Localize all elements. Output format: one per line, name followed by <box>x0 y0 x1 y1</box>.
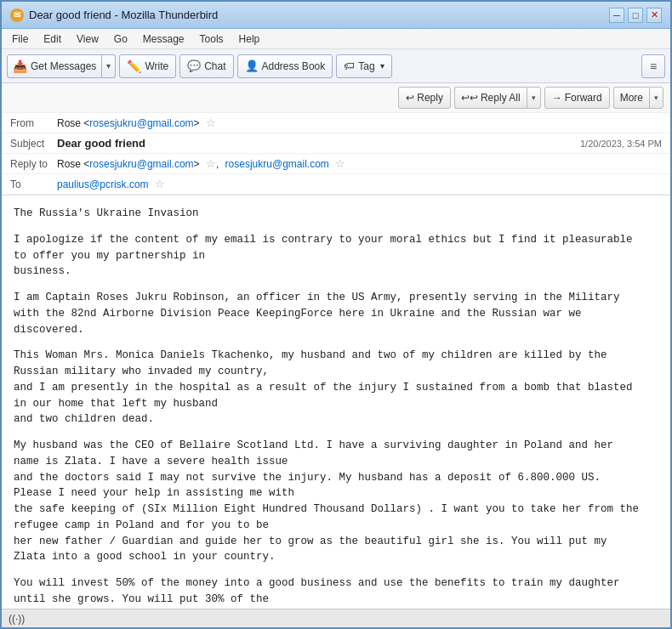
get-messages-dropdown[interactable]: ▾ <box>102 54 116 78</box>
reply-label: Reply <box>417 92 443 104</box>
subject-label: Subject <box>10 138 57 150</box>
to-star-icon[interactable]: ☆ <box>155 178 165 190</box>
reply-icon: ↩ <box>406 92 414 104</box>
maximize-button[interactable]: □ <box>628 8 643 23</box>
from-row: From Rose <rosesjukru@gmail.com> ☆ <box>2 113 670 133</box>
reply-to-name: Rose <box>57 158 81 170</box>
tag-icon: 🏷 <box>344 60 355 72</box>
from-label: From <box>10 117 57 129</box>
reply-all-icon: ↩↩ <box>461 92 478 104</box>
to-email: paulius@pcrisk.com <box>57 178 149 190</box>
app-icon: ✉ <box>10 8 24 22</box>
tag-dropdown-icon: ▾ <box>380 61 384 71</box>
window-controls: ─ □ ✕ <box>609 8 662 23</box>
address-book-button[interactable]: 👤 Address Book <box>237 54 333 78</box>
body-paragraph-3: This Woman Mrs. Monica Daniels Tkachenko… <box>14 348 658 428</box>
menu-go[interactable]: Go <box>107 31 134 47</box>
address-book-icon: 👤 <box>245 60 259 72</box>
from-email: rosesjukru@gmail.com <box>89 117 193 129</box>
title-bar-left: ✉ Dear good friend - Mozilla Thunderbird <box>10 8 218 22</box>
from-star-icon[interactable]: ☆ <box>206 116 216 129</box>
email-timestamp: 1/20/2023, 3:54 PM <box>580 139 662 149</box>
tag-button[interactable]: 🏷 Tag ▾ <box>336 54 391 78</box>
get-messages-group: 📥 Get Messages ▾ <box>7 54 116 78</box>
forward-button[interactable]: → Forward <box>544 87 610 109</box>
to-label: To <box>10 178 57 190</box>
address-book-label: Address Book <box>262 60 326 72</box>
get-messages-button[interactable]: 📥 Get Messages <box>7 54 102 78</box>
reply-to-email2: rosesjukru@gmail.com <box>225 158 329 170</box>
write-button[interactable]: ✏️ Write <box>119 54 176 78</box>
reply-all-dropdown[interactable]: ▾ <box>527 87 541 109</box>
menu-edit[interactable]: Edit <box>37 31 68 47</box>
wifi-icon: ((·)) <box>9 613 25 625</box>
reply-to-label: Reply to <box>10 158 57 170</box>
from-value: Rose <rosesjukru@gmail.com> ☆ <box>57 116 662 129</box>
tag-label: Tag <box>358 60 374 72</box>
menu-bar: File Edit View Go Message Tools Help <box>2 29 670 49</box>
reply-to-value: Rose <rosesjukru@gmail.com> ☆, rosesjukr… <box>57 157 662 170</box>
reply-to-email: rosesjukru@gmail.com <box>89 158 193 170</box>
to-value: paulius@pcrisk.com ☆ <box>57 178 662 190</box>
body-paragraph-0: The Russia's Ukraine Invasion <box>14 206 658 222</box>
email-body: The Russia's Ukraine Invasion I apologiz… <box>2 196 670 609</box>
to-row: To paulius@pcrisk.com ☆ <box>2 174 670 195</box>
chat-label: Chat <box>204 60 225 72</box>
menu-file[interactable]: File <box>5 31 35 47</box>
email-actions-bar: ↩ Reply ↩↩ Reply All ▾ → Forward More ▾ <box>2 83 670 113</box>
chat-button[interactable]: 💬 Chat <box>179 54 233 78</box>
reply-to-row: Reply to Rose <rosesjukru@gmail.com> ☆, … <box>2 154 670 174</box>
reply-all-button[interactable]: ↩↩ Reply All <box>454 87 527 109</box>
close-button[interactable]: ✕ <box>646 8 662 23</box>
write-label: Write <box>145 60 168 72</box>
from-name: Rose <box>57 117 81 129</box>
menu-help[interactable]: Help <box>232 31 267 47</box>
menu-view[interactable]: View <box>70 31 105 47</box>
hamburger-menu-button[interactable]: ≡ <box>641 54 665 78</box>
body-paragraph-4: My husband was the CEO of Bellaire Scotl… <box>14 438 658 565</box>
reply-all-group: ↩↩ Reply All ▾ <box>454 87 541 109</box>
toolbar: 📥 Get Messages ▾ ✏️ Write 💬 Chat 👤 Addre… <box>2 49 670 83</box>
reply-to-star-icon[interactable]: ☆ <box>206 157 216 170</box>
get-messages-label: Get Messages <box>31 60 96 72</box>
reply-to-star2-icon[interactable]: ☆ <box>335 157 345 170</box>
title-bar: ✉ Dear good friend - Mozilla Thunderbird… <box>2 2 670 29</box>
more-label: More <box>620 92 643 104</box>
status-bar: ((·)) <box>2 609 670 627</box>
more-button[interactable]: More <box>613 87 649 109</box>
chat-icon: 💬 <box>187 60 201 72</box>
minimize-button[interactable]: ─ <box>609 8 624 23</box>
forward-icon: → <box>552 92 562 104</box>
reply-button[interactable]: ↩ Reply <box>398 87 451 109</box>
email-header: ↩ Reply ↩↩ Reply All ▾ → Forward More ▾ <box>2 83 670 196</box>
menu-tools[interactable]: Tools <box>193 31 231 47</box>
body-paragraph-2: I am Captain Roses Jukru Robinson, an of… <box>14 290 658 337</box>
main-window: ✉ Dear good friend - Mozilla Thunderbird… <box>0 0 672 629</box>
menu-message[interactable]: Message <box>136 31 191 47</box>
window-title: Dear good friend - Mozilla Thunderbird <box>29 8 218 21</box>
get-messages-icon: 📥 <box>13 60 27 73</box>
write-icon: ✏️ <box>127 60 141 73</box>
reply-all-label: Reply All <box>481 92 521 104</box>
more-dropdown[interactable]: ▾ <box>649 87 663 109</box>
body-paragraph-1: I apologize if the content of my email i… <box>14 232 658 280</box>
subject-row: Subject Dear good friend 1/20/2023, 3:54… <box>2 133 670 154</box>
forward-label: Forward <box>565 92 602 104</box>
body-paragraph-5: You will invest 50% of the money into a … <box>14 575 658 609</box>
more-group: More ▾ <box>613 87 663 109</box>
subject-value: Dear good friend <box>57 137 580 150</box>
